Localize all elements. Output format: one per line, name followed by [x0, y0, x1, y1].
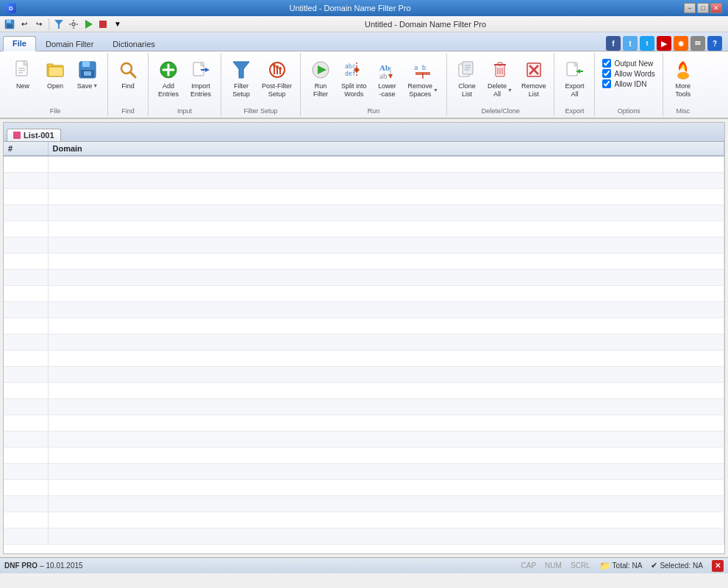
title-bar: D Untitled - Domain Name Filter Pro − □ … [0, 0, 728, 16]
rss-icon[interactable]: ◉ [674, 36, 688, 51]
more-tools-button[interactable]: More Tools [668, 56, 699, 101]
filter-setup-group-label: Filter Setup [226, 106, 296, 115]
minimize-button[interactable]: − [684, 3, 696, 13]
table-row [4, 415, 724, 431]
toolbar-separator [49, 18, 49, 30]
table-row [4, 479, 724, 495]
ribbon-group-find: Find Find [108, 53, 149, 116]
remove-spaces-button[interactable]: a b Remove Spaces ▼ [404, 56, 442, 101]
output-new-checkbox[interactable] [602, 59, 611, 68]
input-group-label: Input [153, 106, 216, 115]
help-icon[interactable]: ? [707, 36, 722, 51]
tab-domain-filter[interactable]: Domain Filter [36, 37, 103, 51]
add-entries-button[interactable]: Add Entries [153, 56, 184, 101]
close-button[interactable]: ✕ [710, 3, 722, 13]
redo-quick-button[interactable]: ↪ [32, 18, 46, 31]
svg-rect-12 [47, 64, 53, 67]
output-new-option[interactable]: Output New [602, 59, 654, 68]
filter-quick-button[interactable] [52, 18, 65, 31]
export-all-button[interactable]: Export All [559, 56, 590, 101]
svg-rect-17 [84, 71, 91, 76]
window-controls: − □ ✕ [684, 3, 722, 13]
folder-icon: 📁 [599, 561, 610, 571]
twitter-icon[interactable]: t [623, 36, 638, 51]
facebook-icon[interactable]: f [606, 36, 621, 51]
settings-quick-button[interactable] [67, 18, 80, 31]
allow-words-checkbox[interactable] [602, 69, 611, 78]
save-label: Save [77, 82, 93, 90]
twitter2-icon[interactable]: t [640, 36, 654, 51]
clone-list-button[interactable]: Clone List [452, 56, 482, 101]
selected-status: ✔ Selected: NA [651, 561, 703, 570]
svg-marker-44 [388, 74, 393, 79]
options-checkboxes: Output New Allow Words Allow IDN [599, 56, 657, 91]
svg-marker-3 [54, 20, 63, 29]
list-tab-001[interactable]: List-001 [7, 129, 61, 141]
filter-setup-group-items: Filter Setup Post-F [226, 54, 296, 106]
dropdown-quick-button[interactable]: ▼ [111, 18, 124, 31]
restore-button[interactable]: □ [697, 3, 709, 13]
ribbon-tab-row: File Domain Filter Dictionaries f t t ▶ … [0, 32, 728, 51]
ribbon-group-options: Output New Allow Words Allow IDN Options [595, 53, 663, 116]
split-words-button[interactable]: abc def Split into Words [338, 56, 371, 101]
post-filter-setup-button[interactable]: Post-Filter Setup [258, 56, 296, 101]
table-row [4, 512, 724, 528]
export-group-label: Export [559, 106, 590, 115]
table-row [4, 447, 724, 463]
table-row [4, 528, 724, 544]
save-quick-button[interactable] [3, 18, 16, 31]
allow-idn-option[interactable]: Allow IDN [602, 79, 654, 88]
file-group-label: File [7, 106, 103, 115]
more-tools-icon [671, 58, 695, 82]
email-icon[interactable]: ✉ [690, 36, 705, 51]
ribbon-group-delete-clone: Clone List Delete All [447, 53, 554, 116]
filter-setup-button[interactable]: Filter Setup [226, 56, 257, 101]
new-button[interactable]: New [7, 56, 38, 93]
app-date: 10.01.2015 [46, 562, 83, 570]
remove-list-button[interactable]: Remove List [518, 56, 550, 101]
play-quick-button[interactable] [82, 18, 95, 31]
tab-dictionaries[interactable]: Dictionaries [103, 37, 164, 51]
delete-all-dropdown: ▼ [507, 87, 513, 93]
svg-point-4 [72, 23, 75, 26]
allow-words-option[interactable]: Allow Words [602, 69, 654, 78]
find-button[interactable]: Find [113, 56, 143, 93]
num-indicator: NUM [545, 562, 562, 570]
remove-list-icon [522, 58, 546, 82]
youtube-icon[interactable]: ▶ [657, 36, 671, 51]
input-group-items: Add Entries Import Entries [153, 54, 216, 106]
save-button[interactable]: Save ▼ [72, 56, 103, 93]
svg-marker-25 [205, 68, 210, 72]
delete-all-button[interactable]: Delete All ▼ [484, 56, 516, 101]
ribbon-group-export: Export All Export [554, 53, 595, 116]
domain-table: # Domain [4, 142, 724, 545]
find-group-items: Find [113, 54, 143, 106]
cap-indicator: CAP [521, 562, 537, 570]
new-icon [11, 58, 35, 82]
add-entries-label: Add Entries [158, 82, 179, 98]
remove-spaces-label: Remove Spaces [408, 82, 433, 98]
run-group-label: Run [305, 106, 442, 115]
find-label: Find [121, 82, 135, 90]
stop-quick-button[interactable] [96, 18, 110, 31]
col-domain: Domain [48, 142, 724, 156]
open-button[interactable]: Open [40, 56, 71, 93]
list-tab-area: List-001 [4, 123, 724, 142]
svg-rect-13 [49, 67, 63, 76]
delete-all-label: Delete All [488, 82, 507, 98]
import-entries-button[interactable]: Import Entries [185, 56, 216, 101]
table-row [4, 220, 724, 237]
delete-clone-group-label: Delete/Clone [452, 106, 549, 115]
undo-quick-button[interactable]: ↩ [18, 18, 31, 31]
run-filter-button[interactable]: Run Filter [305, 56, 336, 101]
table-container[interactable]: # Domain [4, 142, 724, 553]
quick-toolbar-title: Untitled - Domain Name Filter Pro [126, 20, 725, 29]
tab-file[interactable]: File [3, 36, 36, 51]
allow-idn-checkbox[interactable] [602, 79, 611, 88]
lower-case-button[interactable]: Ab ab Lower -case [372, 56, 403, 101]
ribbon-group-misc: More Tools Misc [663, 53, 703, 116]
status-bar: DNF PRO – 10.01.2015 CAP NUM SCRL 📁 Tota… [0, 557, 728, 573]
quick-access-toolbar: ↩ ↪ ▼ Untitled - Domain Name Filter Pro [0, 16, 728, 32]
main-content: List-001 # Domain [3, 122, 725, 554]
table-row [4, 334, 724, 350]
